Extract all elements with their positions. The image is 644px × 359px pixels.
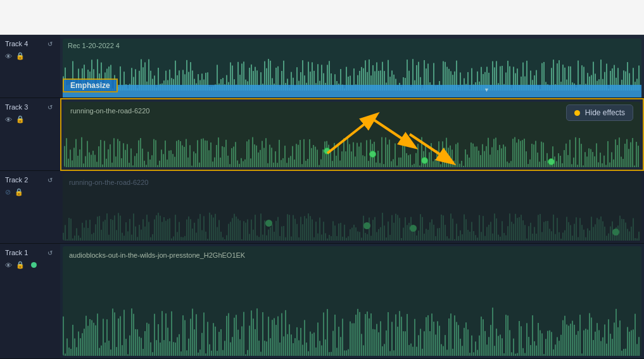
tooltip-dot (574, 110, 580, 116)
track-label-1: Track 1 ↺ 👁 🔒 (0, 244, 60, 359)
track-4-clip-label: Rec 1-20-2022 4 (68, 42, 120, 49)
timeline-area: Track 4 ↺ 👁 🔒 Track 3 ↺ 👁 🔒 (0, 35, 644, 359)
track-2-clip-label: running-on-the-road-6220 (69, 179, 148, 186)
track-2-visibility-icon[interactable]: ⊘ (5, 188, 11, 196)
track-1-indicator-dot (31, 262, 37, 268)
track-3-name: Track 3 (5, 103, 28, 111)
track-4-eye-icon[interactable]: 👁 (5, 53, 12, 60)
track-4-label-row: Track 4 ↺ (0, 35, 60, 50)
hide-effects-tooltip[interactable]: Hide effects (566, 104, 633, 121)
app-container: Track 4 ↺ 👁 🔒 Track 3 ↺ 👁 🔒 (0, 0, 644, 359)
track-2-waveform (63, 199, 641, 241)
track-4-icons: 👁 🔒 (0, 50, 60, 62)
emphasize-label-box[interactable]: Emphasize (63, 79, 118, 92)
track-3-label-row: Track 3 ↺ (0, 98, 60, 113)
track-2-label-row: Track 2 ↺ (0, 171, 60, 186)
track-label-3: Track 3 ↺ 👁 🔒 (0, 98, 60, 171)
track-3-keyframe-1[interactable] (324, 148, 331, 154)
track-1-eye-icon[interactable]: 👁 (5, 261, 12, 269)
hide-effects-label: Hide effects (585, 108, 625, 117)
track-2-name: Track 2 (5, 176, 28, 184)
track-3-lock-icon[interactable]: 🔒 (16, 115, 25, 123)
track-1-clip-label: audioblocks-out-in-the-wilds-jon-pressto… (69, 251, 245, 259)
track-2-clip[interactable]: running-on-the-road-6220 (63, 173, 641, 241)
track-3-clip-label: running-on-the-road-6220 (70, 107, 149, 115)
track-row-4[interactable]: Rec 1-20-2022 4 Emphasize ▼ (60, 35, 644, 98)
track-1-clip[interactable]: audioblocks-out-in-the-wilds-jon-pressto… (63, 246, 641, 356)
track-content-area: Rec 1-20-2022 4 Emphasize ▼ (60, 35, 644, 359)
track-1-lock-icon[interactable]: 🔒 (16, 261, 25, 269)
track-1-label-row: Track 1 ↺ (0, 244, 60, 259)
track-4-name: Track 4 (5, 40, 28, 47)
track-3-clip[interactable]: running-on-the-road-6220 (64, 102, 640, 167)
track-3-refresh-icon[interactable]: ↺ (45, 102, 55, 112)
track-2-icons: ⊘ 🔒 (0, 186, 60, 198)
emphasis-dropdown-triangle[interactable]: ▼ (484, 87, 489, 93)
track-labels-sidebar: Track 4 ↺ 👁 🔒 Track 3 ↺ 👁 🔒 (0, 35, 60, 359)
track-2-refresh-icon[interactable]: ↺ (45, 175, 55, 185)
track-2-lock-icon[interactable]: 🔒 (15, 188, 23, 196)
emphasize-label-text: Emphasize (70, 81, 110, 90)
track-1-refresh-icon[interactable]: ↺ (45, 248, 55, 258)
track-4-lock-icon[interactable]: 🔒 (16, 52, 25, 60)
track-row-1[interactable]: audioblocks-out-in-the-wilds-jon-pressto… (60, 244, 644, 359)
track-1-waveform (63, 293, 641, 356)
track-4-emphasis-bar[interactable]: Emphasize ▼ (63, 85, 641, 98)
top-bar (0, 0, 644, 35)
track-3-icons: 👁 🔒 (0, 113, 60, 125)
track-1-name: Track 1 (5, 249, 28, 256)
track-row-2[interactable]: running-on-the-road-6220 (60, 171, 644, 244)
track-4-refresh-icon[interactable]: ↺ (45, 39, 55, 49)
track-3-eye-icon[interactable]: 👁 (5, 116, 12, 123)
track-label-4: Track 4 ↺ 👁 🔒 (0, 35, 60, 98)
track-label-2: Track 2 ↺ ⊘ 🔒 (0, 171, 60, 244)
track-2-keyframe-1[interactable] (265, 220, 272, 227)
track-4-clip[interactable]: Rec 1-20-2022 4 (63, 39, 641, 91)
track-1-icons: 👁 🔒 (0, 259, 60, 271)
track-row-3[interactable]: running-on-the-road-6220 Hide effects (60, 98, 644, 171)
